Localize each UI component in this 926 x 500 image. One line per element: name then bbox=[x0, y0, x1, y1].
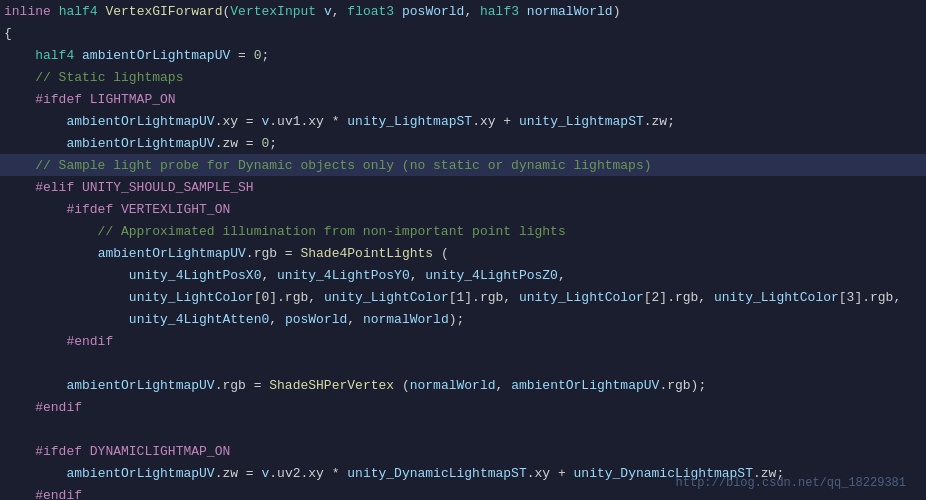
param-token: posWorld bbox=[402, 4, 464, 19]
type-token: VertexInput bbox=[230, 4, 316, 19]
code-block: inline half4 VertexGIForward(VertexInput… bbox=[0, 0, 926, 500]
plain-token: [1].rgb, bbox=[449, 290, 519, 305]
code-line: // Static lightmaps bbox=[0, 66, 926, 88]
param-token: ambientOrLightmapUV bbox=[511, 378, 659, 393]
code-viewer: inline half4 VertexGIForward(VertexInput… bbox=[0, 0, 926, 500]
plain-token bbox=[4, 312, 129, 327]
code-line: #endif bbox=[0, 330, 926, 352]
param-token: unity_4LightPosX0 bbox=[129, 268, 262, 283]
type-token: float3 bbox=[347, 4, 394, 19]
inline-kw-token: inline bbox=[4, 4, 51, 19]
param-token: unity_4LightPosY0 bbox=[277, 268, 410, 283]
code-line: #ifdef LIGHTMAP_ON bbox=[0, 88, 926, 110]
param-token: ambientOrLightmapUV bbox=[66, 378, 214, 393]
preprocessor-token: #endif bbox=[4, 488, 82, 501]
type-token: half4 bbox=[35, 48, 74, 63]
comment-token: // Sample light probe for Dynamic object… bbox=[4, 158, 652, 173]
param-token: unity_4LightPosZ0 bbox=[425, 268, 558, 283]
plain-token: , bbox=[261, 268, 277, 283]
plain-token: { bbox=[4, 26, 12, 41]
param-token: ambientOrLightmapUV bbox=[66, 466, 214, 481]
plain-token: .xy + bbox=[472, 114, 519, 129]
plain-token: ( bbox=[433, 246, 449, 261]
plain-token: .zw; bbox=[644, 114, 675, 129]
param-token: unity_LightColor bbox=[129, 290, 254, 305]
plain-token: , bbox=[347, 312, 363, 327]
plain-token: , bbox=[496, 378, 512, 393]
plain-token bbox=[4, 136, 66, 151]
plain-token bbox=[4, 466, 66, 481]
preprocessor-token: #ifdef DYNAMICLIGHTMAP_ON bbox=[4, 444, 230, 459]
plain-token: .uv1.xy * bbox=[269, 114, 347, 129]
code-line: ambientOrLightmapUV.zw = 0; bbox=[0, 132, 926, 154]
code-line: unity_LightColor[0].rgb, unity_LightColo… bbox=[0, 286, 926, 308]
code-line: unity_4LightPosX0, unity_4LightPosY0, un… bbox=[0, 264, 926, 286]
func-name-token: VertexGIForward bbox=[105, 4, 222, 19]
preprocessor-token: #ifdef VERTEXLIGHT_ON bbox=[4, 202, 230, 217]
plain-token bbox=[98, 4, 106, 19]
plain-token bbox=[4, 290, 129, 305]
plain-token bbox=[4, 70, 35, 85]
plain-token: , bbox=[558, 268, 566, 283]
code-line: #endif bbox=[0, 396, 926, 418]
param-token: unity_LightColor bbox=[324, 290, 449, 305]
plain-token: , bbox=[332, 4, 348, 19]
plain-token: .rgb); bbox=[659, 378, 706, 393]
code-line: #elif UNITY_SHOULD_SAMPLE_SH bbox=[0, 176, 926, 198]
param-token: normalWorld bbox=[363, 312, 449, 327]
param-token: v bbox=[324, 4, 332, 19]
code-line: // Approximated illumination from non-im… bbox=[0, 220, 926, 242]
plain-token: ; bbox=[262, 48, 270, 63]
type-token: half4 bbox=[59, 4, 98, 19]
param-token: unity_4LightAtten0 bbox=[129, 312, 269, 327]
plain-token: ) bbox=[613, 4, 621, 19]
num-token: 0 bbox=[261, 136, 269, 151]
preprocessor-token: #ifdef LIGHTMAP_ON bbox=[4, 92, 176, 107]
plain-token bbox=[4, 378, 66, 393]
plain-token bbox=[74, 48, 82, 63]
param-token: ambientOrLightmapUV bbox=[98, 246, 246, 261]
plain-token: .rgb = bbox=[215, 378, 270, 393]
plain-token: ( bbox=[222, 4, 230, 19]
preprocessor-token: #endif bbox=[4, 400, 82, 415]
param-token: unity_LightmapST bbox=[347, 114, 472, 129]
plain-token: .xy = bbox=[215, 114, 262, 129]
comment-token: // Approximated illumination from non-im… bbox=[4, 224, 566, 239]
preprocessor-token: #endif bbox=[4, 334, 113, 349]
code-line: inline half4 VertexGIForward(VertexInput… bbox=[0, 0, 926, 22]
plain-token bbox=[394, 4, 402, 19]
plain-token bbox=[4, 246, 98, 261]
code-line: // Sample light probe for Dynamic object… bbox=[0, 154, 926, 176]
plain-token: ( bbox=[394, 378, 410, 393]
code-line: { bbox=[0, 22, 926, 44]
code-line bbox=[0, 418, 926, 440]
plain-token: .zw = bbox=[215, 136, 262, 151]
plain-token bbox=[51, 4, 59, 19]
param-token: v bbox=[261, 114, 269, 129]
param-token: normalWorld bbox=[527, 4, 613, 19]
plain-token: .zw = bbox=[215, 466, 262, 481]
plain-token: .uv2.xy * bbox=[269, 466, 347, 481]
param-token: unity_LightColor bbox=[714, 290, 839, 305]
plain-token bbox=[4, 268, 129, 283]
param-token: ambientOrLightmapUV bbox=[66, 136, 214, 151]
param-token: v bbox=[261, 466, 269, 481]
code-line: ambientOrLightmapUV.rgb = ShadeSHPerVert… bbox=[0, 374, 926, 396]
code-line: unity_4LightAtten0, posWorld, normalWorl… bbox=[0, 308, 926, 330]
param-token: posWorld bbox=[285, 312, 347, 327]
plain-token: = bbox=[230, 48, 253, 63]
comment-token: // Static lightmaps bbox=[35, 70, 183, 85]
code-line: half4 ambientOrLightmapUV = 0; bbox=[0, 44, 926, 66]
code-line: ambientOrLightmapUV.rgb = Shade4PointLig… bbox=[0, 242, 926, 264]
num-token: 0 bbox=[254, 48, 262, 63]
code-line bbox=[0, 352, 926, 374]
plain-token bbox=[4, 48, 35, 63]
plain-token bbox=[316, 4, 324, 19]
plain-token: [0].rgb, bbox=[254, 290, 324, 305]
func-name-token: Shade4PointLights bbox=[300, 246, 433, 261]
plain-token bbox=[4, 114, 66, 129]
code-line: #ifdef VERTEXLIGHT_ON bbox=[0, 198, 926, 220]
param-token: unity_LightColor bbox=[519, 290, 644, 305]
plain-token: [2].rgb, bbox=[644, 290, 714, 305]
watermark: http://blog.csdn.net/qq_18229381 bbox=[676, 476, 906, 490]
